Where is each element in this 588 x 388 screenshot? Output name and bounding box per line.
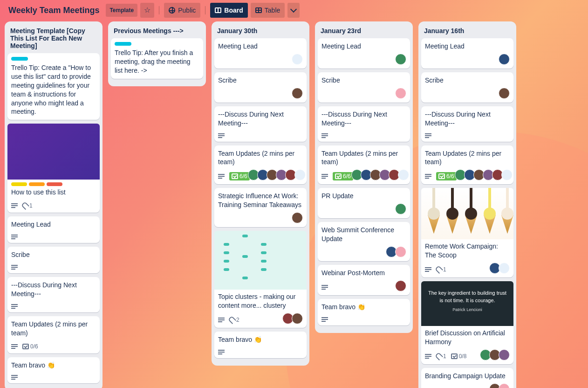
card[interactable]: Scribe <box>214 72 307 103</box>
card-title: Remote Work Campaign: The Scoop <box>425 242 510 260</box>
card-badges <box>425 133 431 138</box>
label-chip[interactable] <box>47 182 62 186</box>
card-title: Trello Tip: After you finish a meeting, … <box>115 48 199 75</box>
view-table-button[interactable]: Table <box>251 3 285 18</box>
avatar[interactable] <box>395 54 406 65</box>
card-badges <box>321 285 328 290</box>
card-title: Meeting Lead <box>321 42 406 51</box>
card-title: Brief Discussion on Artificial Harmony <box>425 329 510 346</box>
card[interactable]: Team Updates (2 mins per team) 6/6 <box>318 146 410 185</box>
card-title: Team Updates (2 mins per team) <box>321 149 406 167</box>
card[interactable]: Web Summit Conference Update <box>318 222 410 261</box>
avatar[interactable] <box>395 88 406 99</box>
avatar[interactable] <box>499 88 510 99</box>
card[interactable]: Meeting Lead <box>214 38 307 69</box>
view-table-label: Table <box>265 7 280 14</box>
card-badges: 6/6 <box>218 172 250 180</box>
card[interactable]: Trello Tip: After you finish a meeting, … <box>111 38 203 79</box>
card-cover <box>7 124 100 180</box>
card-footer <box>321 131 406 138</box>
description-icon <box>321 285 328 290</box>
card[interactable]: Team bravo 👏 <box>318 299 410 326</box>
avatar[interactable] <box>395 280 406 291</box>
view-board-button[interactable]: Board <box>210 3 247 18</box>
card[interactable]: ---Discuss During Next Meeting--- <box>7 277 100 312</box>
card[interactable]: Team bravo 👏 <box>214 332 307 358</box>
card-badges <box>11 304 18 309</box>
card-badges: 6/6 <box>321 172 353 180</box>
card-badges <box>218 133 225 138</box>
card[interactable]: Webinar Post-Mortem <box>318 265 410 295</box>
avatar[interactable] <box>398 169 409 180</box>
card[interactable]: ---Discuss During Next Meeting--- <box>318 106 410 142</box>
card-title: Scribe <box>218 76 303 85</box>
card[interactable]: Team Updates (2 mins per team) 6/6 <box>421 146 513 185</box>
star-button[interactable]: ☆ <box>140 3 154 18</box>
avatar[interactable] <box>292 54 303 65</box>
avatar[interactable] <box>499 263 510 274</box>
card-members <box>397 88 406 99</box>
attachment-badge: 1 <box>436 353 446 360</box>
avatar[interactable] <box>501 169 513 180</box>
avatar[interactable] <box>292 212 303 223</box>
card[interactable]: Scribe <box>421 72 513 103</box>
list-title[interactable]: Meeting Template [Copy This List For Eac… <box>7 22 100 53</box>
card[interactable]: Meeting Lead <box>421 38 513 69</box>
label-chip[interactable] <box>29 182 45 186</box>
card[interactable]: How to use this list1 <box>7 124 100 213</box>
board-canvas[interactable]: Meeting Template [Copy This List For Eac… <box>0 21 588 388</box>
table-icon <box>255 7 262 13</box>
card[interactable]: ---Discuss During Next Meeting--- <box>214 106 307 142</box>
avatar[interactable] <box>395 203 406 215</box>
card[interactable]: The key ingredient to building trust is … <box>421 281 513 364</box>
card[interactable]: ---Discuss During Next Meeting--- <box>421 106 513 142</box>
card-badges: 0/6 <box>11 343 38 350</box>
card-title: Web Summit Conference Update <box>321 226 406 243</box>
card-members <box>397 280 406 291</box>
board-header: Weekly Team Meetings Template ☆ Public B… <box>0 0 588 21</box>
separator <box>205 6 205 14</box>
card-badges: 1 <box>425 266 446 273</box>
views-more-button[interactable] <box>287 3 300 18</box>
card[interactable]: PR Update <box>318 188 410 218</box>
template-badge[interactable]: Template <box>106 4 137 17</box>
list-title[interactable]: January 23rd <box>318 22 410 38</box>
card-members <box>397 203 406 215</box>
card-footer <box>425 88 510 99</box>
avatar[interactable] <box>395 246 406 257</box>
card[interactable]: Branding Campaign Update <box>421 368 513 388</box>
description-icon <box>425 174 431 179</box>
visibility-button[interactable]: Public <box>164 3 200 18</box>
description-icon <box>218 318 225 322</box>
card[interactable]: Strategic Influence At Work: Training Se… <box>214 188 307 227</box>
avatar[interactable] <box>294 169 306 180</box>
card[interactable]: Trello Tip: Create a "How to use this li… <box>7 53 100 120</box>
card[interactable]: Team bravo 👏 <box>7 357 100 384</box>
card-badges <box>11 375 18 380</box>
card[interactable]: Meeting Lead <box>7 216 100 243</box>
list-title[interactable]: Previous Meetings ---> <box>111 22 203 38</box>
list-title[interactable]: January 16th <box>421 22 513 38</box>
card[interactable]: Team Updates (2 mins per team) 6/6 <box>214 146 307 185</box>
avatar[interactable] <box>499 383 510 388</box>
avatar[interactable] <box>499 349 510 360</box>
description-icon <box>11 344 18 349</box>
card[interactable]: Meeting Lead <box>318 38 410 69</box>
description-icon <box>321 174 328 179</box>
card-members <box>500 54 510 65</box>
card[interactable]: Topic clusters - making our content more… <box>214 231 307 328</box>
card[interactable]: Scribe <box>318 72 410 103</box>
card-footer <box>321 314 406 322</box>
card-members <box>250 169 306 180</box>
card-footer <box>321 280 406 291</box>
card[interactable]: Team Updates (2 mins per team) 0/6 <box>7 316 100 353</box>
avatar[interactable] <box>292 313 303 324</box>
card[interactable]: Scribe <box>7 247 100 273</box>
list-title[interactable]: January 30th <box>214 22 307 38</box>
avatar[interactable] <box>292 88 303 99</box>
card[interactable]: Remote Work Campaign: The Scoop1 <box>421 188 513 277</box>
avatar[interactable] <box>499 54 510 65</box>
card-title: Team bravo 👏 <box>11 361 96 370</box>
label-chip[interactable] <box>11 182 27 186</box>
board-title[interactable]: Weekly Team Meetings <box>5 4 103 17</box>
